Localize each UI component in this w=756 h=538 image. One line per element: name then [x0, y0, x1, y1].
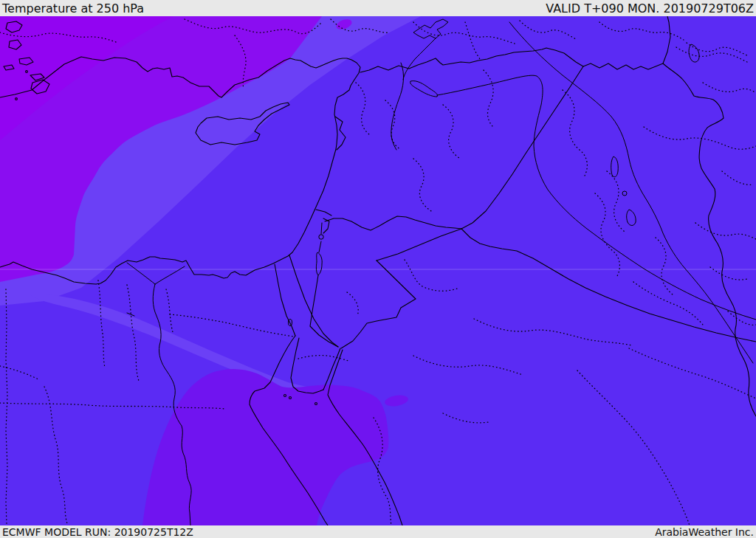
credit-label: ArabiaWeather Inc. — [655, 526, 754, 538]
footer-bar: ECMWF MODEL RUN: 20190725T12Z ArabiaWeat… — [0, 525, 756, 538]
model-run-label: ECMWF MODEL RUN: 20190725T12Z — [2, 526, 193, 538]
weather-map-window: Temperature at 250 hPa VALID T+090 MON. … — [0, 0, 756, 538]
weather-map — [0, 16, 756, 525]
weather-map-canvas — [0, 16, 756, 525]
valid-time-label: VALID T+090 MON. 20190729T06Z — [546, 1, 754, 15]
header-bar: Temperature at 250 hPa VALID T+090 MON. … — [0, 0, 756, 16]
map-title: Temperature at 250 hPa — [2, 1, 144, 15]
